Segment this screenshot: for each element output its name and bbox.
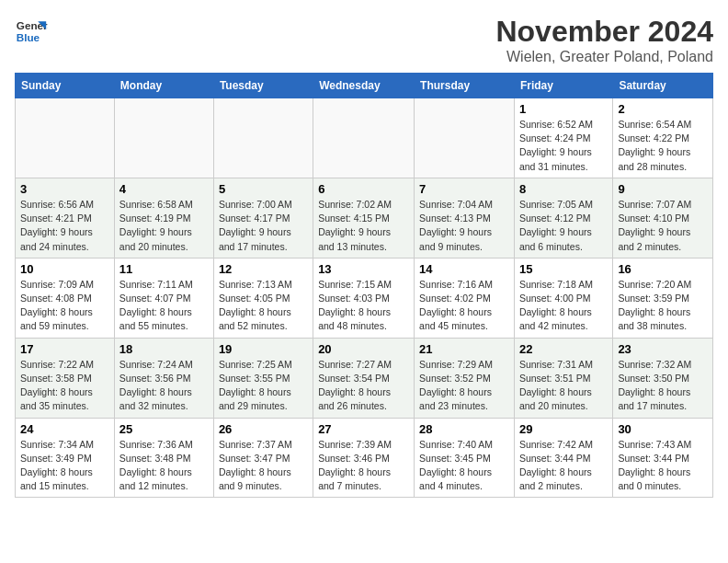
weekday-header-friday: Friday bbox=[514, 74, 612, 98]
weekday-header-wednesday: Wednesday bbox=[313, 74, 415, 98]
day-cell bbox=[213, 98, 313, 178]
day-info: Sunrise: 6:56 AM Sunset: 4:21 PM Dayligh… bbox=[20, 198, 109, 254]
location-title: Wielen, Greater Poland, Poland bbox=[495, 49, 713, 65]
day-cell: 13Sunrise: 7:15 AM Sunset: 4:03 PM Dayli… bbox=[313, 258, 415, 338]
day-info: Sunrise: 7:37 AM Sunset: 3:47 PM Dayligh… bbox=[219, 438, 308, 494]
day-cell: 26Sunrise: 7:37 AM Sunset: 3:47 PM Dayli… bbox=[213, 418, 313, 498]
day-cell: 16Sunrise: 7:20 AM Sunset: 3:59 PM Dayli… bbox=[613, 258, 713, 338]
day-number: 14 bbox=[419, 262, 509, 276]
week-row-4: 17Sunrise: 7:22 AM Sunset: 3:58 PM Dayli… bbox=[16, 338, 713, 418]
day-info: Sunrise: 7:36 AM Sunset: 3:48 PM Dayligh… bbox=[119, 438, 209, 494]
day-cell: 7Sunrise: 7:04 AM Sunset: 4:13 PM Daylig… bbox=[415, 178, 515, 258]
day-cell: 10Sunrise: 7:09 AM Sunset: 4:08 PM Dayli… bbox=[16, 258, 115, 338]
svg-text:Blue: Blue bbox=[17, 31, 40, 43]
day-info: Sunrise: 7:15 AM Sunset: 4:03 PM Dayligh… bbox=[318, 278, 409, 334]
day-number: 3 bbox=[20, 182, 109, 196]
day-cell: 6Sunrise: 7:02 AM Sunset: 4:15 PM Daylig… bbox=[313, 178, 415, 258]
day-info: Sunrise: 7:20 AM Sunset: 3:59 PM Dayligh… bbox=[618, 278, 708, 334]
day-info: Sunrise: 7:13 AM Sunset: 4:05 PM Dayligh… bbox=[219, 278, 308, 334]
logo: General Blue bbox=[15, 15, 48, 48]
day-number: 11 bbox=[119, 262, 209, 276]
day-cell: 22Sunrise: 7:31 AM Sunset: 3:51 PM Dayli… bbox=[514, 338, 612, 418]
day-info: Sunrise: 7:42 AM Sunset: 3:44 PM Dayligh… bbox=[519, 438, 608, 494]
weekday-header-tuesday: Tuesday bbox=[213, 74, 313, 98]
day-cell: 9Sunrise: 7:07 AM Sunset: 4:10 PM Daylig… bbox=[613, 178, 713, 258]
day-number: 10 bbox=[20, 262, 109, 276]
day-cell bbox=[16, 98, 115, 178]
day-cell bbox=[114, 98, 213, 178]
day-cell: 3Sunrise: 6:56 AM Sunset: 4:21 PM Daylig… bbox=[16, 178, 115, 258]
day-number: 4 bbox=[119, 182, 209, 196]
day-number: 26 bbox=[219, 422, 308, 436]
day-info: Sunrise: 7:07 AM Sunset: 4:10 PM Dayligh… bbox=[618, 198, 708, 254]
day-info: Sunrise: 7:22 AM Sunset: 3:58 PM Dayligh… bbox=[20, 358, 109, 414]
week-row-3: 10Sunrise: 7:09 AM Sunset: 4:08 PM Dayli… bbox=[16, 258, 713, 338]
day-cell: 15Sunrise: 7:18 AM Sunset: 4:00 PM Dayli… bbox=[514, 258, 612, 338]
day-info: Sunrise: 7:02 AM Sunset: 4:15 PM Dayligh… bbox=[318, 198, 409, 254]
day-cell: 27Sunrise: 7:39 AM Sunset: 3:46 PM Dayli… bbox=[313, 418, 415, 498]
day-info: Sunrise: 7:09 AM Sunset: 4:08 PM Dayligh… bbox=[20, 278, 109, 334]
weekday-header-row: SundayMondayTuesdayWednesdayThursdayFrid… bbox=[16, 74, 713, 98]
week-row-5: 24Sunrise: 7:34 AM Sunset: 3:49 PM Dayli… bbox=[16, 418, 713, 498]
weekday-header-saturday: Saturday bbox=[613, 74, 713, 98]
day-number: 18 bbox=[119, 342, 209, 356]
weekday-header-monday: Monday bbox=[114, 74, 213, 98]
day-info: Sunrise: 7:31 AM Sunset: 3:51 PM Dayligh… bbox=[519, 358, 608, 414]
day-cell: 28Sunrise: 7:40 AM Sunset: 3:45 PM Dayli… bbox=[415, 418, 515, 498]
day-cell: 4Sunrise: 6:58 AM Sunset: 4:19 PM Daylig… bbox=[114, 178, 213, 258]
day-number: 19 bbox=[219, 342, 308, 356]
day-number: 20 bbox=[318, 342, 409, 356]
day-info: Sunrise: 7:25 AM Sunset: 3:55 PM Dayligh… bbox=[219, 358, 308, 414]
day-number: 21 bbox=[419, 342, 509, 356]
day-info: Sunrise: 7:40 AM Sunset: 3:45 PM Dayligh… bbox=[419, 438, 509, 494]
day-number: 25 bbox=[119, 422, 209, 436]
day-info: Sunrise: 7:34 AM Sunset: 3:49 PM Dayligh… bbox=[20, 438, 109, 494]
day-cell: 23Sunrise: 7:32 AM Sunset: 3:50 PM Dayli… bbox=[613, 338, 713, 418]
calendar-table: SundayMondayTuesdayWednesdayThursdayFrid… bbox=[15, 73, 713, 498]
day-cell: 20Sunrise: 7:27 AM Sunset: 3:54 PM Dayli… bbox=[313, 338, 415, 418]
day-number: 5 bbox=[219, 182, 308, 196]
day-cell: 25Sunrise: 7:36 AM Sunset: 3:48 PM Dayli… bbox=[114, 418, 213, 498]
day-cell: 30Sunrise: 7:43 AM Sunset: 3:44 PM Dayli… bbox=[613, 418, 713, 498]
logo-icon: General Blue bbox=[15, 15, 48, 48]
day-number: 24 bbox=[20, 422, 109, 436]
day-cell bbox=[313, 98, 415, 178]
day-number: 23 bbox=[618, 342, 708, 356]
weekday-header-thursday: Thursday bbox=[415, 74, 515, 98]
week-row-2: 3Sunrise: 6:56 AM Sunset: 4:21 PM Daylig… bbox=[16, 178, 713, 258]
day-cell: 11Sunrise: 7:11 AM Sunset: 4:07 PM Dayli… bbox=[114, 258, 213, 338]
day-number: 28 bbox=[419, 422, 509, 436]
day-cell: 24Sunrise: 7:34 AM Sunset: 3:49 PM Dayli… bbox=[16, 418, 115, 498]
day-cell: 19Sunrise: 7:25 AM Sunset: 3:55 PM Dayli… bbox=[213, 338, 313, 418]
day-info: Sunrise: 7:39 AM Sunset: 3:46 PM Dayligh… bbox=[318, 438, 409, 494]
day-number: 27 bbox=[318, 422, 409, 436]
day-number: 6 bbox=[318, 182, 409, 196]
day-number: 8 bbox=[519, 182, 608, 196]
week-row-1: 1Sunrise: 6:52 AM Sunset: 4:24 PM Daylig… bbox=[16, 98, 713, 178]
day-cell: 14Sunrise: 7:16 AM Sunset: 4:02 PM Dayli… bbox=[415, 258, 515, 338]
day-cell: 12Sunrise: 7:13 AM Sunset: 4:05 PM Dayli… bbox=[213, 258, 313, 338]
day-cell: 21Sunrise: 7:29 AM Sunset: 3:52 PM Dayli… bbox=[415, 338, 515, 418]
day-number: 29 bbox=[519, 422, 608, 436]
day-info: Sunrise: 7:05 AM Sunset: 4:12 PM Dayligh… bbox=[519, 198, 608, 254]
day-info: Sunrise: 7:29 AM Sunset: 3:52 PM Dayligh… bbox=[419, 358, 509, 414]
day-info: Sunrise: 7:04 AM Sunset: 4:13 PM Dayligh… bbox=[419, 198, 509, 254]
day-number: 15 bbox=[519, 262, 608, 276]
day-number: 13 bbox=[318, 262, 409, 276]
title-area: November 2024 Wielen, Greater Poland, Po… bbox=[495, 15, 713, 65]
day-number: 30 bbox=[618, 422, 708, 436]
day-number: 12 bbox=[219, 262, 308, 276]
day-number: 1 bbox=[519, 102, 608, 116]
day-info: Sunrise: 6:54 AM Sunset: 4:22 PM Dayligh… bbox=[618, 118, 708, 174]
day-cell bbox=[415, 98, 515, 178]
header: General Blue November 2024 Wielen, Great… bbox=[15, 15, 713, 65]
day-info: Sunrise: 7:24 AM Sunset: 3:56 PM Dayligh… bbox=[119, 358, 209, 414]
day-number: 17 bbox=[20, 342, 109, 356]
day-info: Sunrise: 7:43 AM Sunset: 3:44 PM Dayligh… bbox=[618, 438, 708, 494]
day-number: 22 bbox=[519, 342, 608, 356]
day-cell: 18Sunrise: 7:24 AM Sunset: 3:56 PM Dayli… bbox=[114, 338, 213, 418]
month-title: November 2024 bbox=[495, 15, 713, 49]
day-info: Sunrise: 7:27 AM Sunset: 3:54 PM Dayligh… bbox=[318, 358, 409, 414]
day-cell: 17Sunrise: 7:22 AM Sunset: 3:58 PM Dayli… bbox=[16, 338, 115, 418]
day-cell: 1Sunrise: 6:52 AM Sunset: 4:24 PM Daylig… bbox=[514, 98, 612, 178]
